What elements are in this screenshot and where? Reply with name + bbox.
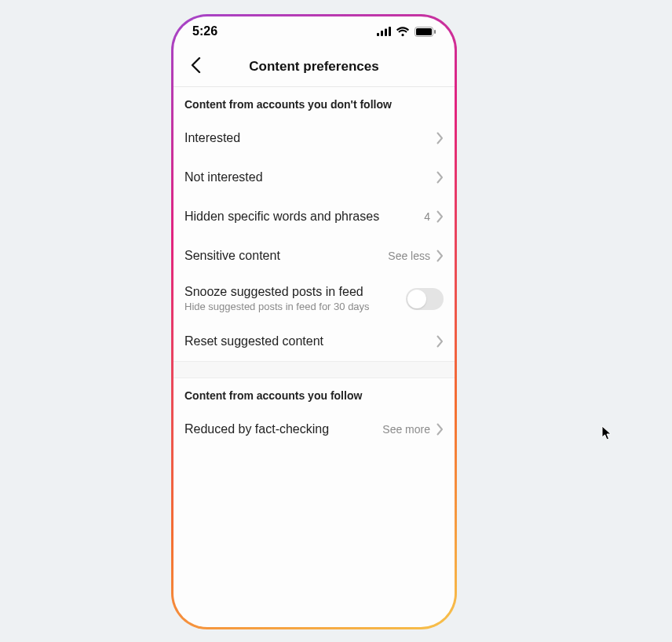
- snooze-toggle[interactable]: [406, 288, 444, 310]
- row-label: Sensitive content: [184, 249, 388, 263]
- page-title: Content preferences: [173, 59, 455, 75]
- row-sensitive-content[interactable]: Sensitive content See less: [173, 236, 455, 275]
- row-interested[interactable]: Interested: [173, 119, 455, 158]
- phone-frame: 5:26 Content preferences: [171, 14, 457, 629]
- row-fact-checking[interactable]: Reduced by fact-checking See more: [173, 410, 455, 449]
- battery-icon: [415, 27, 436, 37]
- back-button[interactable]: [178, 49, 213, 84]
- row-label: Hidden specific words and phrases: [184, 210, 424, 224]
- svg-rect-1: [381, 31, 383, 36]
- section-header-unfollowed: Content from accounts you don't follow: [173, 87, 455, 119]
- chevron-right-icon: [436, 132, 444, 144]
- chevron-right-icon: [436, 423, 444, 436]
- row-snooze-suggested: Snooze suggested posts in feed Hide sugg…: [173, 275, 455, 322]
- row-label: Interested: [184, 131, 436, 145]
- row-reset-suggested[interactable]: Reset suggested content: [173, 322, 455, 361]
- row-label: Not interested: [184, 170, 436, 184]
- section-divider: [173, 361, 455, 378]
- content-scroll[interactable]: Content from accounts you don't follow I…: [173, 87, 455, 627]
- chevron-right-icon: [436, 171, 444, 184]
- svg-rect-3: [389, 27, 391, 36]
- svg-rect-2: [385, 29, 387, 37]
- cellular-signal-icon: [377, 27, 391, 36]
- phone-screen: 5:26 Content preferences: [173, 16, 455, 627]
- row-label: Reduced by fact-checking: [184, 422, 382, 436]
- row-label: Reset suggested content: [184, 334, 436, 348]
- row-label: Snooze suggested posts in feed: [184, 285, 406, 299]
- row-not-interested[interactable]: Not interested: [173, 158, 455, 197]
- row-sublabel: Hide suggested posts in feed for 30 days: [184, 301, 406, 312]
- svg-rect-6: [434, 30, 436, 34]
- chevron-right-icon: [436, 335, 444, 348]
- section-header-followed: Content from accounts you follow: [173, 378, 455, 410]
- mouse-cursor-icon: [601, 425, 612, 441]
- row-hidden-words[interactable]: Hidden specific words and phrases 4: [173, 197, 455, 236]
- status-time: 5:26: [192, 24, 217, 38]
- toggle-knob: [407, 290, 426, 308]
- status-right: [377, 27, 436, 37]
- row-value: See more: [382, 423, 430, 436]
- svg-rect-0: [377, 33, 379, 36]
- nav-header: Content preferences: [173, 46, 455, 87]
- row-count: 4: [424, 210, 430, 223]
- chevron-right-icon: [436, 210, 444, 223]
- status-bar: 5:26: [173, 16, 455, 46]
- wifi-icon: [396, 27, 410, 37]
- chevron-left-icon: [190, 57, 201, 76]
- row-value: See less: [388, 250, 430, 262]
- svg-rect-5: [416, 28, 432, 35]
- chevron-right-icon: [436, 250, 444, 262]
